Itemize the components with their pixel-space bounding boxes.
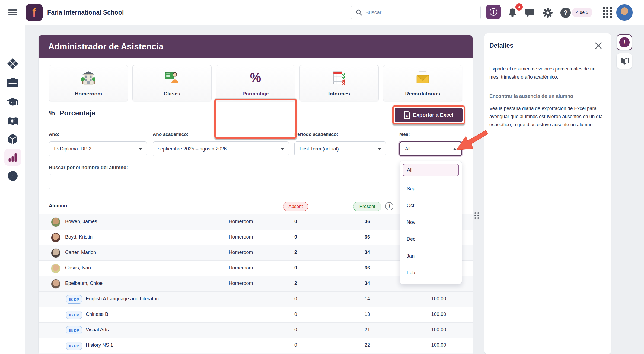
- apps-grid-button[interactable]: [601, 7, 614, 19]
- student-avatar: [51, 279, 60, 289]
- percent-cell: 100.00: [422, 342, 455, 348]
- sidebar-item-explore[interactable]: [4, 168, 21, 184]
- sidebar-item-reports-active[interactable]: [4, 149, 21, 166]
- subject-name[interactable]: English A Language and Literature: [86, 296, 160, 302]
- close-icon[interactable]: [594, 41, 603, 50]
- sidebar-item-dashboard[interactable]: [4, 55, 21, 72]
- present-cell: 34: [353, 281, 381, 286]
- section-divider: [39, 130, 473, 130]
- global-search[interactable]: [351, 5, 481, 20]
- open-book-globe-icon: [7, 117, 18, 126]
- search-input[interactable]: [365, 9, 476, 15]
- excel-file-icon: x: [404, 111, 410, 119]
- month-option-sep[interactable]: Sep: [400, 183, 462, 195]
- user-avatar[interactable]: [616, 4, 633, 21]
- student-name[interactable]: Bowen, James: [65, 219, 97, 224]
- subject-name[interactable]: History NS 1: [86, 342, 113, 348]
- quick-add-button[interactable]: [486, 5, 501, 19]
- tab-clases-label: Clases: [133, 91, 211, 97]
- subject-row[interactable]: IB DP English A Language and Literature …: [39, 291, 473, 307]
- question-mark-icon: ?: [560, 7, 571, 18]
- present-cell: 14: [353, 296, 381, 302]
- month-select-open[interactable]: All: [399, 141, 462, 156]
- subject-name[interactable]: Visual Arts: [86, 327, 109, 333]
- sidebar-item-curriculum[interactable]: [4, 113, 21, 130]
- subject-row[interactable]: IB DP Chinese B 0 13 100.00: [39, 307, 473, 322]
- student-name[interactable]: Boyd, Kristin: [65, 234, 93, 240]
- tab-informes[interactable]: Informes: [299, 65, 379, 101]
- absent-cell: 0: [282, 219, 309, 224]
- group-cell: Homeroom: [214, 250, 268, 255]
- student-name[interactable]: Epelbaum, Chloe: [65, 281, 103, 286]
- tab-recordatorios[interactable]: Recordatorios: [383, 65, 462, 101]
- present-cell: 36: [353, 219, 381, 224]
- export-excel-button[interactable]: x Exportar a Excel: [395, 108, 463, 122]
- subject-row[interactable]: IB DP Visual Arts 0 21 100.00: [39, 322, 473, 338]
- sidebar-item-units[interactable]: [4, 131, 21, 147]
- subject-name[interactable]: Chinese B: [86, 311, 108, 317]
- month-option-nov[interactable]: Nov: [400, 216, 462, 228]
- absent-cell: 0: [282, 296, 309, 302]
- tab-homeroom[interactable]: Homeroom: [49, 65, 128, 101]
- present-cell: 36: [353, 234, 381, 240]
- group-cell: Homeroom: [214, 234, 268, 240]
- teacher-board-icon: [133, 71, 211, 85]
- faria-logo[interactable]: f: [26, 4, 43, 21]
- absent-cell: 0: [282, 265, 309, 271]
- month-option-jan[interactable]: Jan: [400, 250, 462, 262]
- student-avatar: [51, 233, 60, 242]
- svg-text:f: f: [32, 6, 36, 19]
- usage-quota-pill[interactable]: 4 de 5: [572, 8, 592, 17]
- svg-text:x: x: [406, 114, 408, 118]
- tab-porcentaje-active[interactable]: % Porcentaje: [216, 65, 295, 101]
- academic-year-select-value: septiembre 2025 – agosto 2026: [158, 146, 227, 152]
- present-cell: 21: [353, 327, 381, 333]
- subject-row[interactable]: IB DP History NS 1 0 22 100.00: [39, 338, 473, 353]
- filter-year-label: Año:: [49, 132, 59, 137]
- chevron-down-icon: [280, 148, 284, 150]
- student-search-label: Buscar por el nombre del alumno:: [49, 165, 128, 170]
- percent-cell: 100.00: [422, 296, 455, 302]
- chevron-down-icon: [139, 148, 142, 150]
- details-paragraph-2: Vea la pestaña diaria de exportación de …: [489, 104, 604, 129]
- month-dropdown-menu: All Sep Oct Nov Dec Jan Feb: [400, 161, 462, 284]
- absent-cell: 0: [282, 342, 309, 348]
- section-heading: % Porcentaje: [49, 109, 95, 117]
- details-info-toggle-active[interactable]: i: [617, 34, 632, 50]
- tab-clases[interactable]: Clases: [132, 65, 212, 101]
- absent-badge: Absent: [283, 202, 308, 211]
- month-option-oct[interactable]: Oct: [400, 199, 462, 211]
- cube-icon: [7, 134, 18, 144]
- guide-book-toggle[interactable]: [617, 53, 632, 69]
- student-name[interactable]: Casas, Ivan: [65, 265, 91, 271]
- present-cell: 36: [353, 265, 381, 271]
- year-select-value: IB Diploma: DP 2: [54, 146, 91, 152]
- sidebar-item-academics[interactable]: [4, 94, 21, 111]
- month-option-dec[interactable]: Dec: [400, 233, 462, 245]
- present-cell: 34: [353, 250, 381, 255]
- student-avatar: [51, 248, 60, 258]
- messages-button[interactable]: [524, 7, 536, 19]
- year-select[interactable]: IB Diploma: DP 2: [49, 141, 147, 156]
- help-button[interactable]: ?: [559, 7, 572, 19]
- open-book-icon: [620, 57, 629, 65]
- academic-year-select[interactable]: septiembre 2025 – agosto 2026: [153, 141, 289, 156]
- student-name[interactable]: Carter, Marion: [65, 250, 96, 255]
- absent-cell: 0: [282, 234, 309, 240]
- chevron-down-icon: [378, 148, 381, 150]
- sidebar-item-portfolio[interactable]: [4, 74, 21, 91]
- details-title: Detalles: [489, 42, 513, 49]
- term-select[interactable]: First Term (actual): [294, 141, 386, 156]
- month-option-all-selected[interactable]: All: [403, 164, 459, 176]
- percent-icon: %: [216, 71, 295, 84]
- chevron-up-icon: [453, 148, 457, 150]
- svg-text:?: ?: [564, 9, 568, 16]
- group-cell: Homeroom: [214, 219, 268, 224]
- panel-resize-grip[interactable]: [474, 212, 480, 219]
- month-option-feb[interactable]: Feb: [400, 267, 462, 279]
- info-icon[interactable]: i: [385, 202, 393, 210]
- settings-button[interactable]: [541, 7, 554, 19]
- present-cell: 13: [353, 311, 381, 317]
- hamburger-menu-icon[interactable]: [8, 8, 17, 17]
- group-cell: Homeroom: [214, 265, 268, 271]
